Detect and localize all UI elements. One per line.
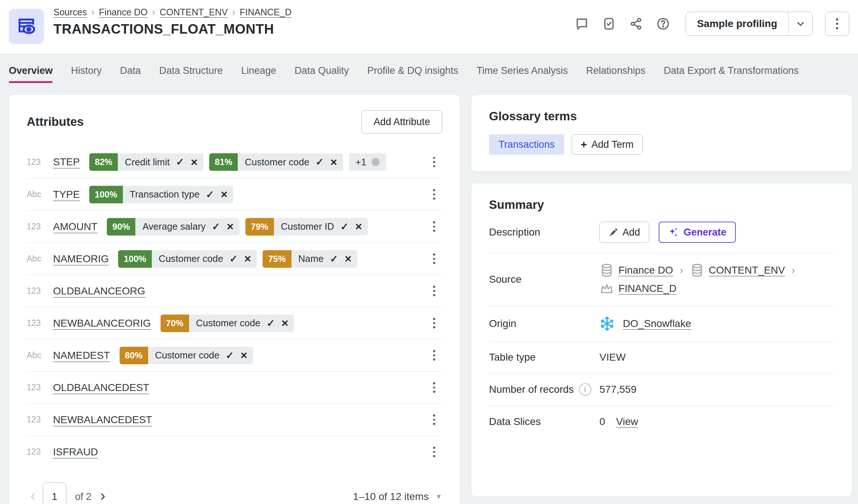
chevron-separator: › — [791, 264, 795, 276]
sample-profiling-button[interactable]: Sample profiling — [686, 12, 813, 36]
reject-term-icon[interactable]: × — [223, 220, 240, 233]
chevron-separator: › — [232, 7, 236, 18]
reject-term-icon[interactable]: × — [188, 155, 204, 169]
approve-term-icon[interactable]: ✓ — [208, 221, 223, 233]
attribute-name-link[interactable]: ISFRAUD — [53, 446, 98, 458]
attribute-name-link[interactable]: NAMEDEST — [53, 350, 110, 361]
add-term-label: Add Term — [591, 139, 633, 150]
database-icon — [599, 263, 614, 278]
tab-data-structure[interactable]: Data Structure — [159, 65, 223, 83]
comment-icon[interactable] — [575, 16, 589, 31]
attribute-type-icon: 123 — [27, 447, 53, 457]
breadcrumb-link-sources[interactable]: Sources — [53, 7, 87, 18]
attribute-name-link[interactable]: OLDBALANCEORG — [53, 285, 145, 297]
attribute-row: 123ISFRAUD — [27, 436, 442, 468]
approve-term-icon[interactable]: ✓ — [337, 221, 352, 233]
task-check-icon[interactable] — [602, 16, 616, 31]
crown-icon — [599, 281, 614, 296]
attribute-name-link[interactable]: TYPE — [53, 189, 80, 200]
items-range-label: 1–10 of 12 items — [353, 491, 429, 503]
sample-profiling-label: Sample profiling — [686, 12, 788, 35]
attribute-row: AbcNAMEORIG100%Customer code✓×75%Name✓× — [27, 242, 442, 275]
source-link-finance-d[interactable]: FINANCE_D — [618, 283, 677, 294]
attribute-name-link[interactable]: OLDBALANCEDEST — [53, 382, 149, 394]
add-attribute-button[interactable]: Add Attribute — [361, 110, 442, 133]
current-page-box[interactable]: 1 — [43, 482, 66, 504]
approve-term-icon[interactable]: ✓ — [222, 350, 237, 361]
help-icon[interactable] — [656, 16, 670, 31]
more-terms-chip[interactable]: +1 — [349, 153, 386, 171]
data-slices-row: Data Slices 0 View — [489, 406, 834, 437]
approve-term-icon[interactable]: ✓ — [226, 253, 241, 265]
breadcrumb-link-content-env[interactable]: CONTENT_ENV — [159, 7, 227, 18]
tab-history[interactable]: History — [71, 65, 102, 83]
share-icon[interactable] — [629, 16, 643, 31]
attribute-type-icon: 123 — [27, 383, 53, 392]
term-suggestions: 70%Customer code✓× — [161, 315, 294, 332]
approve-term-icon[interactable]: ✓ — [327, 253, 342, 265]
row-menu-button[interactable] — [426, 221, 442, 232]
kebab-icon — [433, 318, 435, 328]
approve-term-icon[interactable]: ✓ — [312, 156, 327, 168]
attribute-name-link[interactable]: STEP — [53, 156, 80, 168]
kebab-icon — [433, 221, 435, 232]
row-menu-button[interactable] — [426, 318, 442, 328]
glossary-title: Glossary terms — [489, 109, 834, 123]
reject-term-icon[interactable]: × — [278, 316, 294, 330]
tab-profile-dq-insights[interactable]: Profile & DQ insights — [367, 65, 458, 83]
breadcrumb-link-finance-d[interactable]: FINANCE_D — [240, 7, 291, 18]
row-menu-button[interactable] — [426, 350, 442, 361]
term-suggestions: 100%Transaction type✓× — [89, 186, 233, 203]
reject-term-icon[interactable]: × — [217, 188, 233, 201]
row-menu-button[interactable] — [426, 382, 442, 393]
avatar-dot-icon — [372, 158, 380, 166]
more-menu-button[interactable] — [825, 12, 849, 36]
attribute-name-link[interactable]: NEWBALANCEDEST — [53, 414, 152, 426]
tab-relationships[interactable]: Relationships — [586, 65, 646, 83]
source-link-finance-do[interactable]: Finance DO — [618, 264, 673, 276]
info-icon[interactable]: i — [579, 383, 591, 396]
attribute-name-link[interactable]: NAMEORIG — [53, 253, 109, 265]
chevron-down-icon[interactable] — [788, 12, 812, 35]
row-menu-button[interactable] — [426, 447, 442, 457]
data-slices-view-link[interactable]: View — [616, 416, 638, 428]
page-size-dropdown-icon[interactable]: ▼ — [435, 493, 442, 501]
prev-page-icon[interactable]: ‹ — [30, 487, 35, 504]
tab-data[interactable]: Data — [120, 65, 141, 83]
attribute-name-link[interactable]: AMOUNT — [53, 221, 97, 233]
reject-term-icon[interactable]: × — [241, 252, 257, 266]
reject-term-icon[interactable]: × — [327, 155, 343, 169]
origin-label: Origin — [489, 318, 599, 330]
tab-time-series-analysis[interactable]: Time Series Analysis — [477, 65, 568, 83]
reject-term-icon[interactable]: × — [237, 349, 253, 362]
confidence-badge: 100% — [89, 186, 123, 203]
row-menu-button[interactable] — [426, 157, 442, 168]
next-page-icon[interactable]: › — [100, 487, 105, 504]
tab-data-export-transformations[interactable]: Data Export & Transformations — [664, 65, 799, 83]
approve-term-icon[interactable]: ✓ — [263, 317, 278, 329]
origin-link[interactable]: DO_Snowflake — [623, 318, 691, 330]
source-link-content-env[interactable]: CONTENT_ENV — [709, 264, 785, 276]
term-label: Customer ID — [274, 221, 337, 232]
approve-term-icon[interactable]: ✓ — [173, 156, 188, 168]
tab-overview[interactable]: Overview — [9, 65, 53, 83]
attribute-name-link[interactable]: NEWBALANCEORIG — [53, 317, 151, 329]
add-term-button[interactable]: + Add Term — [572, 134, 643, 155]
more-terms-count: +1 — [355, 157, 366, 168]
reject-term-icon[interactable]: × — [342, 252, 358, 266]
attribute-type-icon: 123 — [27, 415, 53, 425]
breadcrumb-link-finance-do[interactable]: Finance DO — [99, 7, 147, 18]
approve-term-icon[interactable]: ✓ — [203, 189, 218, 200]
tab-data-quality[interactable]: Data Quality — [294, 65, 349, 83]
row-menu-button[interactable] — [426, 286, 442, 296]
table-type-label: Table type — [489, 351, 599, 363]
row-menu-button[interactable] — [426, 189, 442, 200]
generate-description-button[interactable]: Generate — [659, 222, 736, 243]
tab-lineage[interactable]: Lineage — [241, 65, 276, 83]
confidence-badge: 81% — [209, 153, 238, 171]
glossary-term-chip[interactable]: Transactions — [489, 134, 564, 155]
add-description-button[interactable]: Add — [599, 222, 649, 243]
row-menu-button[interactable] — [426, 414, 442, 425]
row-menu-button[interactable] — [426, 253, 442, 264]
reject-term-icon[interactable]: × — [352, 220, 368, 233]
